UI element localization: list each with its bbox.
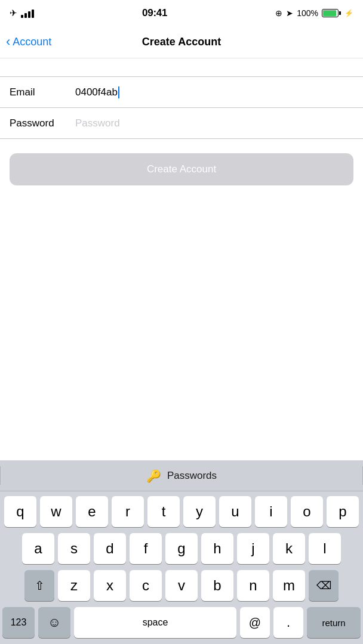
location-icon: ⊕ [275,8,282,18]
key-j[interactable]: j [237,533,269,564]
key-x[interactable]: x [94,570,126,601]
key-row-3: ⇧ z x c v b n m ⌫ [2,570,361,601]
email-field-container[interactable]: 0400f4ab [75,86,353,98]
key-s[interactable]: s [58,533,90,564]
key-d[interactable]: d [94,533,126,564]
at-key[interactable]: @ [240,607,270,638]
key-b[interactable]: b [201,570,233,601]
status-right: ⊕ ➤ 100% ⚡ [275,8,353,18]
suggestions-content: 🔑 Passwords [146,469,217,483]
key-icon: 🔑 [146,469,161,483]
key-z[interactable]: z [58,570,90,601]
battery-icon [322,9,341,17]
key-p[interactable]: p [327,496,359,527]
key-l[interactable]: l [309,533,341,564]
shift-key[interactable]: ⇧ [24,570,54,601]
key-h[interactable]: h [201,533,233,564]
create-button-container: Create Account [0,139,363,200]
backspace-key[interactable]: ⌫ [309,570,339,601]
back-button[interactable]: ‹ Account [6,36,51,48]
key-t[interactable]: t [147,496,180,527]
key-f[interactable]: f [130,533,162,564]
charging-icon: ⚡ [344,9,353,17]
key-m[interactable]: m [273,570,305,601]
key-k[interactable]: k [273,533,305,564]
key-e[interactable]: e [76,496,108,527]
email-row: Email 0400f4ab [0,77,363,108]
nav-title: Create Account [142,36,221,48]
email-label: Email [10,86,75,98]
battery-percent: 100% [297,8,318,18]
key-row-4: 123 ☺ space @ . return [2,607,361,638]
key-g[interactable]: g [165,533,198,564]
email-value: 0400f4ab [75,86,118,98]
key-y[interactable]: y [183,496,216,527]
password-label: Password [10,117,75,129]
airplane-icon: ✈ [10,8,17,18]
key-r[interactable]: r [112,496,144,527]
key-q[interactable]: q [4,496,36,527]
signal-bars [21,8,34,18]
gps-icon: ➤ [286,8,293,18]
key-i[interactable]: i [255,496,287,527]
emoji-key[interactable]: ☺ [38,607,70,638]
back-arrow-icon: ‹ [6,35,10,48]
key-v[interactable]: v [165,570,198,601]
keyboard: 🔑 Passwords q w e r t y u i o p a s d f … [0,460,363,644]
status-bar: ✈ 09:41 ⊕ ➤ 100% ⚡ [0,0,363,26]
space-key[interactable]: space [74,607,236,638]
create-account-button[interactable]: Create Account [10,153,353,185]
status-time: 09:41 [142,7,167,19]
keyboard-rows: q w e r t y u i o p a s d f g h j k l ⇧ … [0,491,363,644]
key-n[interactable]: n [237,570,269,601]
key-a[interactable]: a [22,533,54,564]
form-section: Email 0400f4ab Password [0,76,363,139]
key-u[interactable]: u [219,496,251,527]
password-row: Password [0,108,363,139]
password-input[interactable] [75,117,353,129]
back-label: Account [13,36,51,48]
text-cursor [118,86,119,98]
create-account-button-label: Create Account [147,163,216,175]
return-key[interactable]: return [307,607,361,638]
status-left: ✈ [10,8,34,18]
dot-key[interactable]: . [273,607,303,638]
key-w[interactable]: w [40,496,72,527]
suggestions-divider-left [0,466,1,485]
numbers-key[interactable]: 123 [2,607,35,638]
keyboard-suggestions[interactable]: 🔑 Passwords [0,460,363,491]
key-row-1: q w e r t y u i o p [2,496,361,527]
suggestions-label: Passwords [167,470,217,482]
key-c[interactable]: c [130,570,162,601]
key-o[interactable]: o [291,496,323,527]
key-row-2: a s d f g h j k l [2,533,361,564]
nav-bar: ‹ Account Create Account [0,26,363,58]
